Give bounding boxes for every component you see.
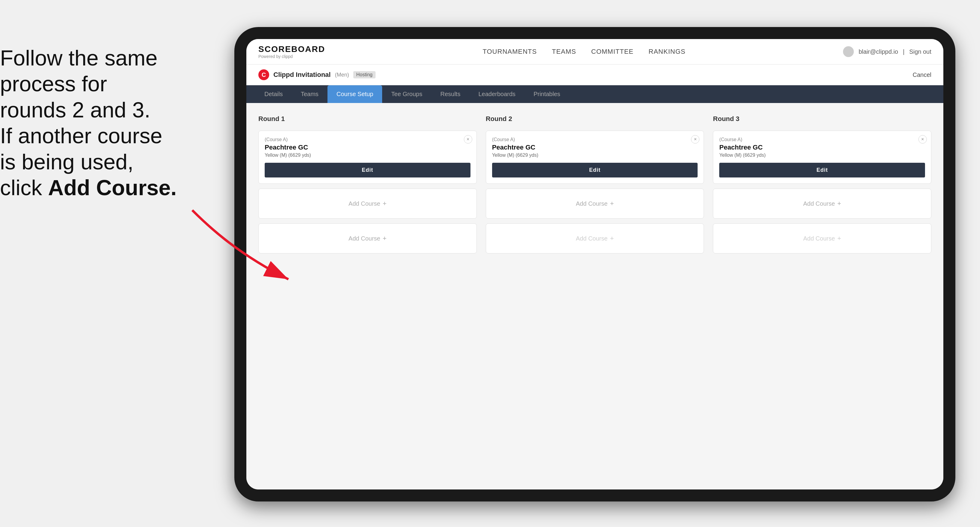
round-3-add-course-2[interactable]: Add Course +: [713, 224, 931, 254]
logo-subtitle: Powered by clippd: [258, 54, 325, 59]
round-2-course-card: (Course A) Peachtree GC Yellow (M) (6629…: [486, 131, 704, 184]
round-1-remove-button[interactable]: ×: [464, 135, 472, 143]
round-3-remove-button[interactable]: ×: [918, 135, 927, 143]
round-2-add-course-1[interactable]: Add Course +: [486, 189, 704, 219]
tournament-name: Clippd Invitational: [274, 71, 331, 79]
tournament-title: C Clippd Invitational (Men) Hosting: [258, 69, 375, 80]
nav-user: blair@clippd.io | Sign out: [843, 46, 931, 57]
round-3-add-course-text-1: Add Course +: [803, 200, 841, 208]
round-3-course-tag: (Course A): [719, 137, 925, 142]
tab-printables[interactable]: Printables: [525, 85, 569, 103]
tab-tee-groups[interactable]: Tee Groups: [382, 85, 431, 103]
plus-icon-6: +: [837, 235, 841, 242]
clippd-logo: C: [258, 69, 269, 80]
round-3-add-course-text-2: Add Course +: [803, 235, 841, 242]
sub-header: C Clippd Invitational (Men) Hosting Canc…: [247, 65, 943, 85]
avatar: [843, 46, 854, 57]
round-3-course-card: (Course A) Peachtree GC Yellow (M) (6629…: [713, 131, 931, 184]
round-1-add-course-text-1: Add Course +: [348, 200, 387, 208]
tab-teams[interactable]: Teams: [292, 85, 328, 103]
tab-leaderboards[interactable]: Leaderboards: [469, 85, 524, 103]
tournament-sub: (Men): [335, 72, 349, 78]
round-3-add-course-1[interactable]: Add Course +: [713, 189, 931, 219]
round-3-label: Round 3: [713, 115, 931, 123]
nav-rankings[interactable]: RANKINGS: [649, 48, 686, 56]
round-2-course-tag: (Course A): [492, 137, 698, 142]
round-2-add-course-text-2: Add Course +: [576, 235, 614, 242]
round-2-column: Round 2 (Course A) Peachtree GC Yellow (…: [486, 115, 704, 254]
plus-icon-2: +: [383, 235, 387, 242]
round-1-course-card: (Course A) Peachtree GC Yellow (M) (6629…: [258, 131, 477, 184]
tablet-screen: SCOREBOARD Powered by clippd TOURNAMENTS…: [247, 39, 943, 489]
nav-tournaments[interactable]: TOURNAMENTS: [482, 48, 537, 56]
round-1-label: Round 1: [258, 115, 477, 123]
round-2-course-detail: Yellow (M) (6629 yds): [492, 152, 698, 158]
cancel-button[interactable]: Cancel: [913, 71, 931, 78]
round-3-course-detail: Yellow (M) (6629 yds): [719, 152, 925, 158]
plus-icon-4: +: [610, 235, 614, 242]
round-1-edit-button[interactable]: Edit: [265, 163, 471, 178]
main-content: Round 1 (Course A) Peachtree GC Yellow (…: [247, 103, 943, 489]
round-2-add-course-text-1: Add Course +: [576, 200, 614, 208]
plus-icon-5: +: [837, 200, 841, 208]
main-nav: TOURNAMENTS TEAMS COMMITTEE RANKINGS: [482, 48, 685, 56]
round-3-column: Round 3 (Course A) Peachtree GC Yellow (…: [713, 115, 931, 254]
sign-out-label[interactable]: Sign out: [909, 48, 931, 55]
round-1-add-course-text-2: Add Course +: [348, 235, 387, 242]
round-2-edit-button[interactable]: Edit: [492, 163, 698, 178]
round-2-label: Round 2: [486, 115, 704, 123]
nav-committee[interactable]: COMMITTEE: [591, 48, 633, 56]
instruction-text: Follow the same process for rounds 2 and…: [0, 45, 204, 201]
round-2-add-course-2[interactable]: Add Course +: [486, 224, 704, 254]
round-1-column: Round 1 (Course A) Peachtree GC Yellow (…: [258, 115, 477, 254]
tab-bar: Details Teams Course Setup Tee Groups Re…: [247, 85, 943, 103]
top-nav: SCOREBOARD Powered by clippd TOURNAMENTS…: [247, 39, 943, 65]
sign-out-link[interactable]: |: [903, 48, 904, 55]
tab-course-setup[interactable]: Course Setup: [328, 85, 382, 103]
round-1-course-tag: (Course A): [265, 137, 471, 142]
user-email: blair@clippd.io: [859, 48, 898, 55]
tab-details[interactable]: Details: [255, 85, 292, 103]
plus-icon-3: +: [610, 200, 614, 208]
tab-results[interactable]: Results: [431, 85, 469, 103]
round-1-course-name: Peachtree GC: [265, 143, 471, 151]
logo-area: SCOREBOARD Powered by clippd: [258, 44, 325, 59]
rounds-grid: Round 1 (Course A) Peachtree GC Yellow (…: [258, 115, 931, 254]
plus-icon-1: +: [383, 200, 387, 208]
round-1-course-detail: Yellow (M) (6629 yds): [265, 152, 471, 158]
round-1-add-course-2[interactable]: Add Course +: [258, 224, 477, 254]
round-2-course-name: Peachtree GC: [492, 143, 698, 151]
tablet-device: SCOREBOARD Powered by clippd TOURNAMENTS…: [234, 27, 955, 502]
hosting-badge: Hosting: [353, 71, 375, 78]
round-1-add-course-1[interactable]: Add Course +: [258, 189, 477, 219]
round-3-course-name: Peachtree GC: [719, 143, 925, 151]
round-3-edit-button[interactable]: Edit: [719, 163, 925, 178]
nav-teams[interactable]: TEAMS: [552, 48, 576, 56]
round-2-remove-button[interactable]: ×: [691, 135, 699, 143]
scoreboard-logo: SCOREBOARD: [258, 44, 325, 54]
